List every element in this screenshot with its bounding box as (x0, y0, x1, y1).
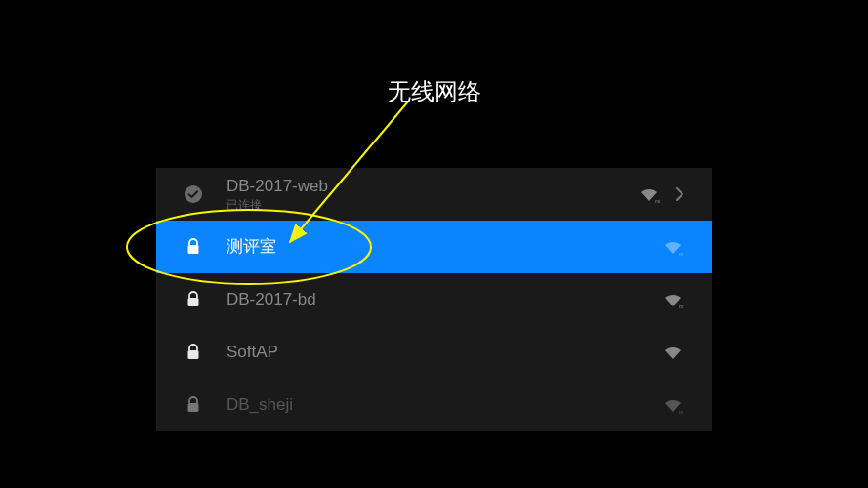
svg-rect-2 (188, 245, 199, 254)
wifi-ssid: DB-2017-bd (227, 290, 649, 309)
svg-text:mi: mi (679, 409, 683, 415)
svg-rect-7 (188, 403, 199, 412)
svg-text:mi: mi (679, 251, 683, 257)
wifi-signal-icon: mi (661, 237, 684, 257)
wifi-ssid: DB-2017-web (227, 177, 626, 196)
wifi-ssid: 测评室 (227, 237, 649, 257)
wifi-item[interactable]: DB-2017-bd mi (156, 273, 712, 326)
wifi-item[interactable]: DB_sheji mi (156, 379, 712, 431)
lock-icon (184, 237, 203, 257)
lock-icon (184, 395, 203, 415)
lock-icon (184, 290, 203, 309)
lock-icon (184, 343, 203, 362)
wifi-signal-icon: mi (638, 184, 661, 204)
svg-text:mi: mi (679, 304, 683, 309)
svg-point-0 (185, 185, 202, 203)
wifi-ssid: DB_sheji (227, 395, 649, 415)
wifi-signal-icon (661, 343, 684, 362)
wifi-item-connected[interactable]: DB-2017-web 已连接 mi (156, 168, 712, 221)
wifi-list: DB-2017-web 已连接 mi 测评室 mi DB-2017-bd mi (156, 168, 712, 431)
wifi-signal-icon: mi (661, 290, 684, 309)
wifi-item-selected[interactable]: 测评室 mi (156, 221, 712, 273)
svg-rect-4 (188, 298, 199, 306)
wifi-ssid: SoftAP (227, 343, 649, 362)
svg-text:mi: mi (655, 198, 660, 204)
check-icon (184, 184, 203, 204)
wifi-item[interactable]: SoftAP (156, 326, 712, 379)
wifi-status: 已连接 (227, 198, 626, 212)
svg-rect-6 (188, 350, 199, 359)
chevron-right-icon (675, 187, 684, 201)
page-title: 无线网络 (0, 76, 868, 107)
wifi-signal-icon: mi (661, 395, 684, 415)
